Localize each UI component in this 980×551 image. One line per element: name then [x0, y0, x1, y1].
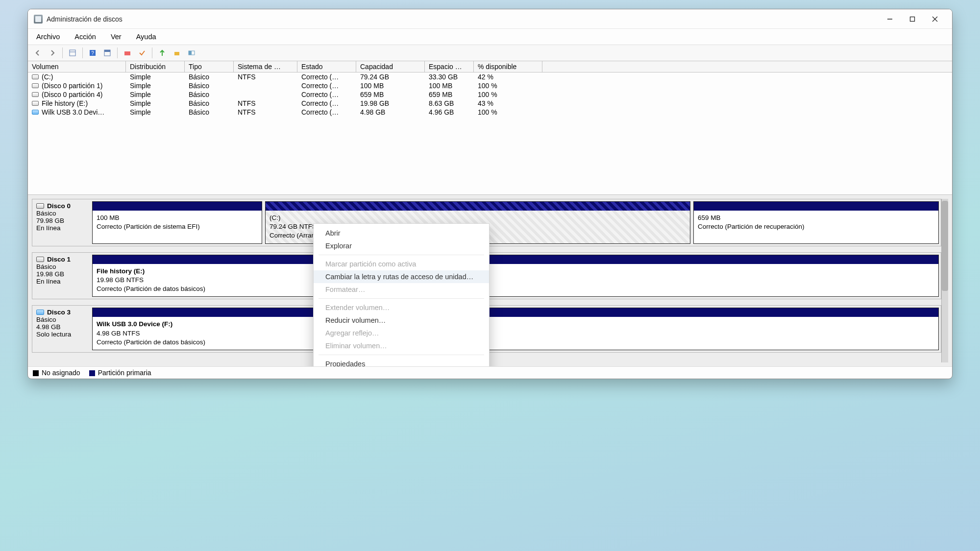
partition-status: Correcto (Partición de recuperación)	[698, 222, 934, 231]
volume-pct: 100 %	[474, 90, 542, 99]
partition[interactable]: 100 MBCorrecto (Partición de sistema EFI…	[92, 201, 262, 244]
col-type[interactable]: Tipo	[185, 61, 234, 72]
volume-name: (Disco 0 partición 1)	[42, 82, 103, 90]
col-free[interactable]: Espacio …	[425, 61, 474, 72]
menu-ayuda[interactable]: Ayuda	[133, 31, 159, 43]
nav-back-button[interactable]	[32, 47, 44, 59]
partition-strip: Wilk USB 3.0 Device (F:)4.98 GB NTFSCorr…	[92, 308, 939, 350]
menu-ver[interactable]: Ver	[108, 31, 124, 43]
col-capacity[interactable]: Capacidad	[356, 61, 425, 72]
volume-fs: NTFS	[234, 72, 297, 81]
action-4-button[interactable]	[171, 47, 183, 59]
volume-layout: Simple	[126, 72, 185, 81]
disk-type: Básico	[36, 316, 87, 323]
volume-layout: Simple	[126, 81, 185, 90]
volume-capacity: 100 MB	[356, 81, 425, 90]
action-3-button[interactable]	[156, 47, 168, 59]
volume-icon	[32, 74, 39, 79]
volume-capacity: 79.24 GB	[356, 72, 425, 81]
volume-capacity: 19.98 GB	[356, 99, 425, 108]
legend: No asignado Partición primaria	[28, 366, 952, 379]
disk-icon	[36, 310, 44, 315]
nav-forward-button[interactable]	[47, 47, 58, 59]
volume-row[interactable]: (Disco 0 partición 4)SimpleBásicoCorrect…	[28, 90, 952, 99]
disk-size: 19.98 GB	[36, 270, 87, 278]
legend-unallocated: No asignado	[33, 369, 80, 377]
disk-size: 4.98 GB	[36, 323, 87, 331]
menu-archivo[interactable]: Archivo	[33, 31, 63, 43]
volume-fs	[234, 85, 297, 86]
volume-row[interactable]: Wilk USB 3.0 Devi…SimpleBásicoNTFSCorrec…	[28, 108, 952, 117]
help-button[interactable]: ?	[87, 47, 98, 59]
context-menu-item: Marcar partición como activa	[314, 258, 489, 270]
titlebar: Administración de discos	[28, 9, 952, 29]
disk-meta: Disco 0Básico79.98 GBEn línea	[34, 201, 89, 244]
col-percent[interactable]: % disponible	[474, 61, 542, 72]
partition-color-bar	[93, 202, 262, 211]
partition-color-bar	[694, 202, 938, 211]
context-menu-separator	[318, 355, 484, 355]
menubar: Archivo Acción Ver Ayuda	[28, 29, 952, 45]
context-menu-item[interactable]: Cambiar la letra y rutas de acceso de un…	[314, 270, 489, 283]
menu-accion[interactable]: Acción	[72, 31, 99, 43]
context-menu-item[interactable]: Abrir	[314, 227, 489, 240]
volume-row[interactable]: File history (E:)SimpleBásicoNTFSCorrect…	[28, 99, 952, 108]
partition-status: Correcto (Partición de datos básicos)	[97, 338, 934, 347]
volume-type: Básico	[185, 90, 234, 99]
context-menu-separator	[318, 255, 484, 255]
show-tree-button[interactable]	[67, 47, 78, 59]
volume-pct: 43 %	[474, 99, 542, 108]
disk-icon	[36, 257, 44, 262]
volume-icon	[32, 92, 39, 97]
context-menu-item[interactable]: Explorar	[314, 240, 489, 252]
maximize-button[interactable]	[901, 9, 924, 29]
refresh-button[interactable]	[101, 47, 113, 59]
disk-type: Básico	[36, 210, 87, 217]
partition-size-line: 19.98 GB NTFS	[97, 276, 934, 285]
volume-capacity: 4.98 GB	[356, 108, 425, 117]
disk-size: 79.98 GB	[36, 217, 87, 224]
context-menu-item[interactable]: Propiedades	[314, 358, 489, 366]
col-layout[interactable]: Distribución	[126, 61, 185, 72]
partition-strip: File history (E:)19.98 GB NTFSCorrecto (…	[92, 255, 939, 297]
partition[interactable]: Wilk USB 3.0 Device (F:)4.98 GB NTFSCorr…	[92, 308, 939, 350]
vertical-scrollbar[interactable]	[941, 199, 948, 362]
partition-color-bar	[93, 255, 938, 264]
volume-free: 8.63 GB	[425, 99, 474, 108]
volume-free: 4.96 GB	[425, 108, 474, 117]
volume-list[interactable]: (C:)SimpleBásicoNTFSCorrecto (…79.24 GB3…	[28, 72, 952, 195]
disk-state: Solo lectura	[36, 331, 87, 338]
close-button[interactable]	[924, 9, 946, 29]
disk-icon	[36, 203, 44, 209]
volume-row[interactable]: (Disco 0 partición 1)SimpleBásicoCorrect…	[28, 81, 952, 90]
volume-status: Correcto (…	[297, 99, 356, 108]
action-1-button[interactable]	[122, 47, 133, 59]
partition[interactable]: 659 MBCorrecto (Partición de recuperació…	[693, 201, 939, 244]
disk-type: Básico	[36, 263, 87, 270]
context-menu-item: Extender volumen…	[314, 301, 489, 314]
svg-rect-13	[189, 51, 192, 55]
action-5-button[interactable]	[186, 47, 197, 59]
col-volume[interactable]: Volumen	[28, 61, 126, 72]
svg-rect-10	[124, 51, 130, 55]
partition-color-bar	[266, 202, 690, 211]
volume-row[interactable]: (C:)SimpleBásicoNTFSCorrecto (…79.24 GB3…	[28, 72, 952, 81]
context-menu-separator	[318, 298, 484, 299]
col-filesystem[interactable]: Sistema de …	[234, 61, 297, 72]
minimize-button[interactable]	[879, 9, 901, 29]
volume-type: Básico	[185, 108, 234, 117]
volume-status: Correcto (…	[297, 81, 356, 90]
svg-rect-4	[70, 50, 75, 56]
context-menu-item[interactable]: Reducir volumen…	[314, 314, 489, 327]
partition-size-line: 100 MB	[97, 214, 258, 222]
volume-pct: 42 %	[474, 72, 542, 81]
partition-label: File history (E:)	[97, 267, 934, 276]
disk-management-window: Administración de discos Archivo Acción …	[27, 9, 953, 379]
col-status[interactable]: Estado	[297, 61, 356, 72]
action-2-button[interactable]	[136, 47, 148, 59]
volume-fs: NTFS	[234, 99, 297, 108]
partition[interactable]: File history (E:)19.98 GB NTFSCorrecto (…	[92, 255, 939, 297]
volume-status: Correcto (…	[297, 90, 356, 99]
partition-color-bar	[93, 308, 938, 317]
volume-free: 659 MB	[425, 90, 474, 99]
